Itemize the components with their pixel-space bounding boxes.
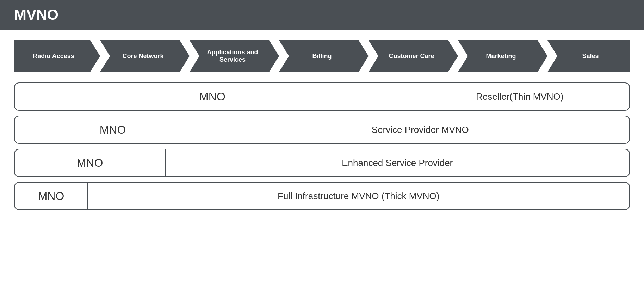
chevron-customer-care: Customer Care (369, 40, 458, 72)
row-reseller: MNO Reseller(Thin MVNO) (14, 82, 630, 111)
chevron-row: Radio Access Core Network Applications a… (14, 40, 630, 72)
row4-full-box: Full Infrastructure MVNO (Thick MVNO) (87, 182, 630, 210)
row-full-infra: MNO Full Infrastructure MVNO (Thick MVNO… (14, 182, 630, 210)
row2-mno-box: MNO (14, 116, 211, 144)
chevron-applications-services: Applications and Services (190, 40, 279, 72)
row-service-provider: MNO Service Provider MVNO (14, 116, 630, 144)
row3-esp-box: Enhanced Service Provider (165, 149, 630, 177)
main-content: Radio Access Core Network Applications a… (0, 30, 644, 222)
row2-sp-box: Service Provider MVNO (211, 116, 630, 144)
header: MVNO (0, 0, 644, 30)
row-enhanced-sp: MNO Enhanced Service Provider (14, 149, 630, 177)
chevron-billing: Billing (279, 40, 369, 72)
row3-mno-box: MNO (14, 149, 166, 177)
page-title: MVNO (14, 6, 58, 23)
chevron-marketing: Marketing (458, 40, 547, 72)
chevron-radio-access: Radio Access (14, 40, 100, 72)
row1-reseller-box: Reseller(Thin MVNO) (410, 82, 630, 111)
chevron-core-network: Core Network (100, 40, 190, 72)
row4-mno-box: MNO (14, 182, 88, 210)
row1-mno-box: MNO (14, 82, 410, 111)
chevron-sales: Sales (547, 40, 630, 72)
